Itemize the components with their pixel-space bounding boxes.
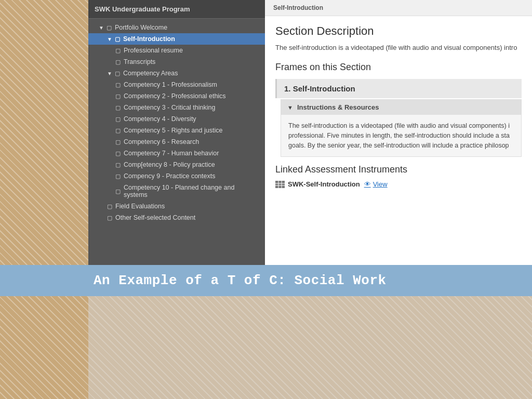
sidebar-label: Portfolio Welcome [115,24,167,31]
instructions-arrow-icon: ▼ [287,104,293,111]
sidebar-item-competency-4[interactable]: ▢ Competency 4 - Diversity [88,113,265,125]
sidebar-item-transcripts[interactable]: ▢ Transcripts [88,56,265,68]
sidebar-label: Field Evaluations [115,203,165,210]
view-label: View [373,180,388,188]
section-description: The self-introduction is a videotaped (f… [275,43,522,52]
sidebar-label: Professional resume [124,47,183,54]
sidebar-item-self-introduction[interactable]: ▼ ▢ Self-Introduction [88,33,265,45]
sidebar-item-portfolio-welcome[interactable]: ▼ ▢ Portfolio Welcome [88,22,265,33]
left-spacer [0,0,88,265]
sidebar-item-other-content[interactable]: ▢ Other Self-selected Content [88,212,265,223]
sidebar-label: Comp[etency 8 - Policy practice [124,161,215,168]
doc-icon: ▢ [115,162,121,168]
sidebar-label: Competency 2 - Professional ethics [124,92,226,100]
sidebar-item-competency-areas[interactable]: ▼ ▢ Competency Areas [88,68,265,79]
sidebar-label: Competency 10 - Planned change and syste… [124,184,260,198]
sidebar-label: Competency 1 - Professionalism [124,81,217,88]
linked-assessment-title: Linked Assessment Instruments [275,164,522,175]
sidebar-label: Competency 6 - Research [124,138,199,145]
sidebar-item-competency-2[interactable]: ▢ Competency 2 - Professional ethics [88,90,265,102]
sidebar-tree: ▼ ▢ Portfolio Welcome ▼ ▢ Self-Introduct… [88,19,265,227]
sidebar-item-professional-resume[interactable]: ▢ Professional resume [88,45,265,56]
doc-icon: ▢ [115,116,121,123]
sidebar-label: Competency 5 - Rights and justice [124,127,222,134]
bottom-pattern-area [0,296,532,399]
sidebar-label: Self-Introduction [123,35,175,43]
doc-icon: ▢ [115,188,121,195]
sidebar-label: Competency Areas [123,70,178,77]
bottom-pattern-inner [88,296,532,399]
doc-icon: ▢ [115,47,121,54]
frame-item[interactable]: 1. Self-Introduction [275,79,522,98]
sidebar-item-competency-1[interactable]: ▢ Competency 1 - Professionalism [88,79,265,90]
instructions-label: Instructions & Resources [297,103,379,111]
sidebar: SWK Undergraduate Program ▼ ▢ Portfolio … [88,0,265,265]
linked-item: SWK-Self-Introduction 👁 View [275,180,522,188]
doc-icon: ▢ [107,215,112,221]
doc-icon: ▢ [115,70,120,77]
content-breadcrumb: Self-Introduction [265,0,532,16]
sidebar-label: Transcripts [124,58,155,65]
eye-icon: 👁 [364,180,371,188]
doc-icon: ▢ [115,59,121,65]
sidebar-item-competency-3[interactable]: ▢ Competency 3 - Critical thinking [88,102,265,113]
sidebar-label: Compency 9 - Practice contexts [124,172,215,180]
sidebar-item-field-evaluations[interactable]: ▢ Field Evaluations [88,201,265,212]
sidebar-item-competency-8[interactable]: ▢ Comp[etency 8 - Policy practice [88,159,265,170]
sidebar-label: Competency 3 - Critical thinking [124,104,215,111]
sidebar-item-competency-6[interactable]: ▢ Competency 6 - Research [88,136,265,148]
table-icon [275,181,285,188]
banner-text: An Example of a T of C: Social Work [94,273,387,288]
arrow-icon: ▼ [107,71,112,76]
doc-icon: ▢ [115,150,121,157]
doc-icon: ▢ [115,36,120,43]
bottom-banner: An Example of a T of C: Social Work [0,265,532,296]
doc-icon: ▢ [115,104,121,111]
sidebar-item-competency-9[interactable]: ▢ Compency 9 - Practice contexts [88,170,265,182]
content-panel: Self-Introduction Section Description Th… [265,0,532,265]
doc-icon: ▢ [115,82,121,88]
svg-rect-0 [275,181,285,188]
sidebar-header: SWK Undergraduate Program [88,0,265,19]
sidebar-item-competency-5[interactable]: ▢ Competency 5 - Rights and justice [88,125,265,136]
sidebar-label: Competency 4 - Diversity [124,115,196,123]
arrow-icon: ▼ [107,36,112,42]
doc-icon: ▢ [115,127,121,134]
frames-title: Frames on this Section [275,62,522,73]
arrow-icon: ▼ [99,25,104,31]
sidebar-item-competency-10[interactable]: ▢ Competency 10 - Planned change and sys… [88,182,265,201]
doc-icon: ▢ [115,173,121,180]
view-link[interactable]: 👁 View [364,180,388,188]
doc-icon: ▢ [115,93,121,100]
instructions-panel: ▼ Instructions & Resources The self-intr… [281,99,522,157]
instructions-body: The self-introduction is a videotaped (f… [281,115,521,156]
doc-icon: ▢ [107,203,112,210]
sidebar-label: Competency 7 - Human behavior [124,150,219,157]
linked-label: SWK-Self-Introduction [288,180,360,188]
content-body: Section Description The self-introductio… [265,16,532,196]
section-title: Section Description [275,24,522,38]
doc-icon: ▢ [115,139,121,145]
doc-icon: ▢ [107,24,112,31]
sidebar-label: Other Self-selected Content [115,214,195,221]
instructions-header[interactable]: ▼ Instructions & Resources [281,100,521,115]
sidebar-item-competency-7[interactable]: ▢ Competency 7 - Human behavior [88,148,265,159]
